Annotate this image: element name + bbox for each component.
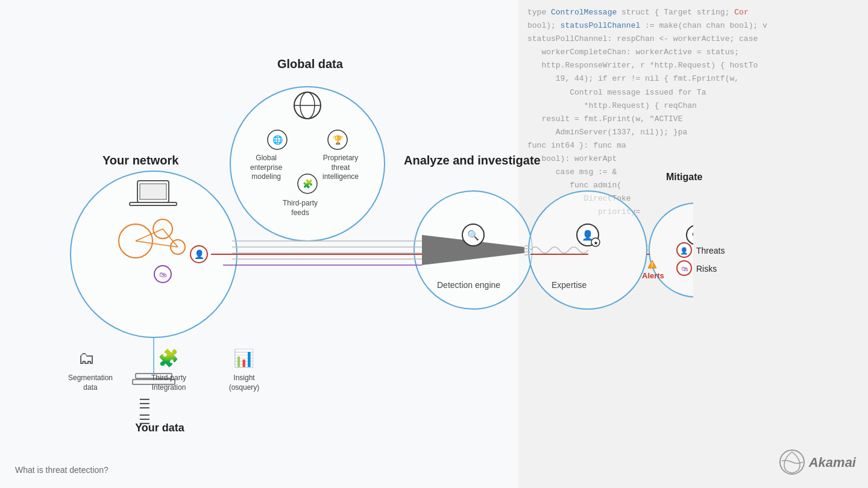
svg-text:👤: 👤 <box>194 249 205 260</box>
code-line: bool); statusPollChannel := make(chan ch… <box>527 19 859 33</box>
code-line: type ControlMessage struct { Target stri… <box>527 6 859 19</box>
svg-point-38 <box>294 92 321 119</box>
svg-line-31 <box>136 229 163 241</box>
insight-icon: 📊 <box>233 348 254 368</box>
code-line: bool): workerApt <box>527 152 859 166</box>
code-line: AdminServer(1337, nil)); }pa <box>527 126 859 139</box>
network-section-label: Your network <box>102 154 178 167</box>
proprietary-threat-label: Proprietarythreatintelligence <box>322 154 359 182</box>
akamai-logo-icon <box>779 449 806 476</box>
svg-point-30 <box>171 240 185 254</box>
mitigate-label: Mitigate <box>666 172 702 183</box>
svg-point-0 <box>71 171 237 337</box>
svg-point-36 <box>154 266 171 283</box>
code-line: func int64 }: func ma <box>527 139 859 152</box>
svg-point-39 <box>300 92 315 119</box>
code-background: type ControlMessage struct { Target stri… <box>518 0 868 488</box>
code-line: result = fmt.Fprint(w, "ACTIVE <box>527 113 859 126</box>
alerts-label: Alerts <box>642 271 664 280</box>
svg-point-28 <box>119 224 153 258</box>
svg-point-41 <box>268 130 287 149</box>
svg-point-2 <box>414 191 532 309</box>
your-data-icon: ☰☰ <box>139 396 151 428</box>
svg-rect-27 <box>140 184 166 199</box>
svg-point-34 <box>190 246 207 263</box>
code-line: 19, 44); if err != nil { fmt.Fprintf(w, <box>527 72 859 86</box>
detection-engine-label: Detection engine <box>437 280 500 290</box>
analyze-section-label: Analyze and investigate <box>404 154 541 167</box>
svg-point-47 <box>462 224 484 246</box>
code-line: priority= <box>527 205 859 219</box>
akamai-logo-text: Akamai <box>809 455 856 471</box>
svg-text:🛍: 🛍 <box>159 271 166 279</box>
code-line: Control message issued for Ta <box>527 86 859 99</box>
svg-line-33 <box>136 241 178 247</box>
threats-label: Threats <box>696 246 725 255</box>
svg-rect-26 <box>130 202 177 205</box>
svg-text:🏆: 🏆 <box>333 135 344 145</box>
code-line: statusPollChannel: respChan <- workerAct… <box>527 33 859 46</box>
risks-label: Risks <box>696 264 717 274</box>
global-data-label: Global data <box>277 57 343 71</box>
insight-label: Insight(osquery) <box>214 374 274 392</box>
svg-point-43 <box>328 130 347 149</box>
code-line: http.ResponseWriter, r *http.Request) { … <box>527 59 859 72</box>
segmentation-icon: 🗂 <box>78 348 95 368</box>
page-title-label: What is threat detection? <box>15 465 108 475</box>
code-line: DirectToke <box>527 192 859 205</box>
svg-rect-25 <box>137 181 169 202</box>
svg-text:🌐: 🌐 <box>272 135 283 145</box>
global-enterprise-label: Globalenterprisemodeling <box>250 154 282 182</box>
svg-text:🧩: 🧩 <box>303 179 313 189</box>
svg-line-32 <box>163 229 178 247</box>
third-party-feeds-label: Third-partyfeeds <box>283 199 318 217</box>
expertise-label: Expertise <box>552 280 587 290</box>
code-line: *http.Request) { reqChan <box>527 99 859 113</box>
third-party-integration-label: Third-partyIntegration <box>139 374 199 392</box>
akamai-logo: Akamai <box>779 449 856 476</box>
segmentation-data-label: Segmentationdata <box>63 374 118 392</box>
code-line: workerCompleteChan: workerActive = statu… <box>527 46 859 59</box>
svg-point-29 <box>153 219 172 239</box>
svg-point-45 <box>298 174 317 193</box>
svg-text:🔍: 🔍 <box>467 230 479 241</box>
svg-marker-11 <box>422 235 524 265</box>
integration-icon: 🧩 <box>158 348 179 368</box>
